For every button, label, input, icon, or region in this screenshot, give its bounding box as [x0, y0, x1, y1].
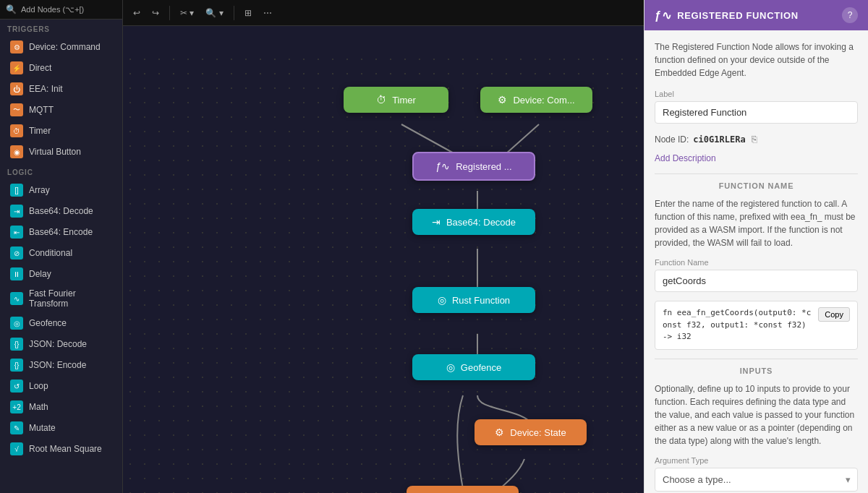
node-device-com-node[interactable]: ⚙ Device: Com...: [480, 87, 592, 113]
arg-type-select-wrapper: Choose a type... f32 f64 i32 i64 u8 u32 …: [655, 468, 858, 492]
triggers-section: TRIGGERS ⚙ Device: Command ⚡ Direct ⏻ EE…: [0, 20, 122, 163]
logic-icon-json-decode: {}: [10, 338, 23, 351]
inputs-description: Optionally, define up to 10 inputs to pr…: [655, 382, 858, 447]
panel-header: ƒ∿ REGISTERED FUNCTION ?: [644, 0, 868, 30]
node-device-state-node[interactable]: ⚙ Device: State: [475, 419, 587, 445]
sidebar-item-fast-fourier[interactable]: ∿ Fast Fourier Transform: [3, 285, 119, 312]
logic-list: [] Array ⇥ Base64: Decode ⇤ Base64: Enco…: [0, 180, 122, 459]
canvas-toolbar: ↩ ↪ ✂ ▾ 🔍 ▾ ⊞ ⋯: [123, 0, 644, 26]
trigger-icon-virtual-button: ◉: [10, 145, 23, 158]
logic-label-mutate: Mutate: [29, 423, 56, 433]
panel-description: The Registered Function Node allows for …: [655, 40, 858, 80]
node-base64-node[interactable]: ⇥ Base64: Decode: [412, 209, 535, 235]
sidebar-item-root-mean-square[interactable]: √ Root Mean Square: [3, 439, 119, 459]
logic-icon-loop: ↺: [10, 380, 23, 393]
add-nodes-label: Add Nodes (⌥+[): [21, 5, 84, 14]
panel-title: REGISTERED FUNCTION: [677, 10, 799, 21]
node-icon-timer-node: ⏱: [376, 94, 386, 106]
function-name-section: FUNCTION NAME: [655, 173, 858, 190]
panel-help-button[interactable]: ?: [842, 7, 858, 23]
node-id-prefix: Node ID:: [655, 134, 689, 145]
sidebar-item-mqtt[interactable]: 〜 MQTT: [3, 100, 119, 120]
grid-button[interactable]: ⋯: [259, 5, 276, 21]
triggers-label: TRIGGERS: [0, 20, 122, 36]
sidebar-item-math[interactable]: +2 Math: [3, 397, 119, 417]
node-icon-device-com-node: ⚙: [498, 94, 507, 106]
search-icon: 🔍: [6, 4, 17, 14]
cut-button[interactable]: ✂ ▾: [176, 5, 198, 21]
node-label-registered-node: Registered ...: [456, 161, 511, 172]
sidebar-item-json-encode[interactable]: {} JSON: Encode: [3, 355, 119, 375]
node-timer-node[interactable]: ⏱ Timer: [344, 87, 448, 113]
logic-icon-fast-fourier: ∿: [10, 292, 23, 305]
sidebar: 🔍 Add Nodes (⌥+[) TRIGGERS ⚙ Device: Com…: [0, 0, 123, 493]
sidebar-item-delay[interactable]: ⏸ Delay: [3, 264, 119, 284]
sidebar-item-base64-decode[interactable]: ⇥ Base64: Decode: [3, 201, 119, 221]
logic-label-json-encode: JSON: Encode: [29, 360, 86, 370]
logic-icon-base64-decode: ⇥: [10, 205, 23, 218]
logic-label-delay: Delay: [29, 269, 51, 279]
toolbar-divider-1: [169, 6, 170, 20]
trigger-label-direct: Direct: [29, 63, 51, 73]
node-icon-registered-node: ƒ∿: [435, 160, 450, 172]
panel-fn-icon: ƒ∿: [655, 9, 671, 22]
sidebar-item-base64-encode[interactable]: ⇤ Base64: Encode: [3, 222, 119, 242]
logic-label-conditional: Conditional: [29, 248, 72, 258]
node-icon-geofence-node: ◎: [446, 361, 455, 373]
trigger-icon-device-command: ⚙: [10, 40, 23, 53]
logic-label-loop: Loop: [29, 381, 48, 391]
frame-button[interactable]: ⊞: [240, 5, 256, 21]
copy-id-button[interactable]: ⎘: [750, 132, 759, 146]
label-input[interactable]: [655, 101, 858, 124]
node-label-rust-fn-node: Rust Function: [452, 295, 510, 306]
logic-icon-delay: ⏸: [10, 267, 23, 280]
node-geofence-node[interactable]: ◎ Geofence: [412, 354, 535, 380]
canvas[interactable]: ⏱ Timer ⚙ Device: Com... ƒ∿ Registered .…: [123, 52, 644, 493]
add-description-link[interactable]: Add Description: [655, 153, 858, 163]
trigger-icon-eea-init: ⏻: [10, 82, 23, 95]
zoom-button[interactable]: 🔍 ▾: [201, 5, 227, 21]
node-label-base64-node: Base64: Decode: [446, 217, 516, 228]
sidebar-item-array[interactable]: [] Array: [3, 180, 119, 200]
undo-button[interactable]: ↩: [129, 5, 145, 21]
trigger-label-virtual-button: Virtual Button: [29, 147, 81, 157]
sidebar-item-json-decode[interactable]: {} JSON: Decode: [3, 334, 119, 354]
sidebar-item-conditional[interactable]: ⊘ Conditional: [3, 243, 119, 263]
node-registered-node[interactable]: ƒ∿ Registered ...: [412, 152, 535, 181]
node-icon-device-state-node: ⚙: [495, 426, 504, 438]
node-rust-fn-node[interactable]: ◎ Rust Function: [412, 287, 535, 313]
sidebar-item-mutate[interactable]: ✎ Mutate: [3, 418, 119, 438]
sidebar-item-virtual-button[interactable]: ◉ Virtual Button: [3, 142, 119, 162]
node-debug-node[interactable]: 🐛 Debug: [407, 486, 519, 493]
logic-icon-root-mean-square: √: [10, 442, 23, 455]
redo-button[interactable]: ↪: [148, 5, 163, 21]
node-id-value: ci0G1RLERa: [693, 134, 745, 145]
sidebar-item-timer[interactable]: ⏱ Timer: [3, 121, 119, 141]
sidebar-item-device-command[interactable]: ⚙ Device: Command: [3, 37, 119, 57]
arg-type-select[interactable]: Choose a type... f32 f64 i32 i64 u8 u32 …: [655, 468, 858, 492]
toolbar-divider-2: [234, 6, 234, 20]
logic-label-json-decode: JSON: Decode: [29, 339, 87, 349]
sidebar-item-direct[interactable]: ⚡ Direct: [3, 58, 119, 78]
logic-section: LOGIC [] Array ⇥ Base64: Decode ⇤ Base64…: [0, 163, 122, 460]
logic-icon-geofence: ◎: [10, 317, 23, 330]
logic-label-geofence: Geofence: [29, 318, 67, 328]
trigger-label-mqtt: MQTT: [29, 105, 54, 115]
logic-icon-base64-encode: ⇤: [10, 226, 23, 239]
search-bar[interactable]: 🔍 Add Nodes (⌥+[): [0, 0, 122, 20]
node-label-device-com-node: Device: Com...: [513, 95, 574, 106]
logic-label-base64-encode: Base64: Encode: [29, 227, 93, 237]
logic-label: LOGIC: [0, 163, 122, 179]
argument-type-field: Argument Type Choose a type... f32 f64 i…: [655, 456, 858, 492]
inputs-section: INPUTS: [655, 359, 858, 375]
sidebar-item-geofence[interactable]: ◎ Geofence: [3, 313, 119, 333]
trigger-icon-timer: ⏱: [10, 124, 23, 137]
canvas-area: ⏱ Timer ⚙ Device: Com... ƒ∿ Registered .…: [123, 26, 644, 493]
sidebar-item-loop[interactable]: ↺ Loop: [3, 376, 119, 396]
fn-name-input[interactable]: [655, 270, 858, 292]
copy-code-button[interactable]: Copy: [818, 307, 850, 322]
logic-label-array: Array: [29, 185, 50, 195]
code-block: fn eea_fn_getCoords(output0: *const f32,…: [655, 301, 858, 350]
trigger-icon-mqtt: 〜: [10, 103, 23, 116]
sidebar-item-eea-init[interactable]: ⏻ EEA: Init: [3, 79, 119, 99]
